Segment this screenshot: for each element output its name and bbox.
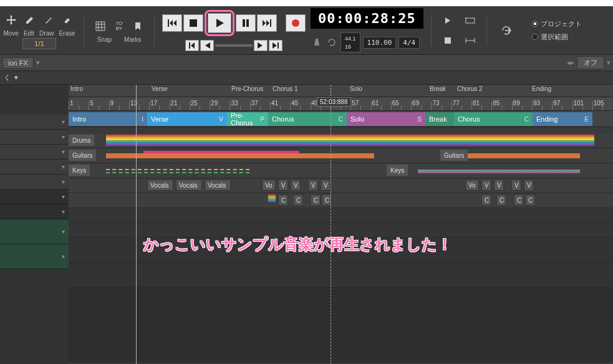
marker-chorus 2[interactable]: Chorus 2 — [455, 85, 485, 93]
snap-grid-button[interactable] — [92, 17, 109, 35]
marker-ending[interactable]: Ending — [530, 85, 553, 93]
vo-clip-1[interactable]: Vo — [262, 180, 276, 191]
fast-forward-button[interactable] — [257, 14, 277, 32]
section-ending[interactable]: EndingE — [533, 112, 592, 126]
vo-clip-2[interactable]: Vo — [465, 180, 479, 191]
svg-rect-0 — [190, 19, 197, 27]
marker-chorus 1[interactable]: Chorus 1 — [271, 85, 300, 93]
track-drums[interactable]: Drums — [69, 133, 613, 148]
export-selection-radio[interactable]: 選択範囲 — [532, 32, 582, 42]
pause-button[interactable] — [236, 14, 256, 32]
ruler-bar-25: 25 — [191, 100, 198, 107]
timeline-area[interactable]: IntroVersePre-ChorusChorus 1SoloBreakCho… — [69, 85, 613, 364]
metronome-button[interactable] — [311, 36, 323, 49]
section-verse[interactable]: VerseV — [147, 112, 227, 126]
c-clip-2[interactable]: C — [293, 194, 303, 206]
v-clip-6[interactable]: V — [494, 180, 504, 191]
ruler-bar-37: 37 — [251, 100, 258, 107]
timesig-field[interactable]: 4/4 — [398, 37, 420, 49]
goto-start-button[interactable] — [185, 40, 199, 51]
vocals-clip-1[interactable]: Vocals — [147, 180, 173, 191]
section-break[interactable]: Break — [425, 112, 454, 126]
drums-clip-label: Drums — [69, 135, 94, 146]
loop-button[interactable] — [326, 36, 338, 49]
loop-region-button[interactable] — [461, 12, 479, 29]
export-project-label: プロジェクト — [541, 19, 582, 29]
v-clip-7[interactable]: V — [511, 180, 521, 191]
erase-tool[interactable] — [59, 11, 76, 29]
section-pre-chorus[interactable]: Pre-ChorusP — [227, 112, 268, 126]
track-vocals-row1[interactable]: Vocals Vocals Vocals Vo V V V V Vo V V V… — [69, 178, 613, 193]
section-solo[interactable]: SoloS — [347, 112, 425, 126]
c-clip-7[interactable]: C — [514, 194, 524, 206]
v-clip-4[interactable]: V — [321, 180, 331, 191]
ruler-bar-81: 81 — [473, 100, 480, 107]
track-head-6[interactable]: ▾ — [0, 189, 69, 204]
v-clip-8[interactable]: V — [524, 180, 534, 191]
main-toolbar: Move Edit Draw Erase 1/1 TOBY Snap Marks — [0, 6, 613, 55]
rewind-button[interactable] — [162, 14, 182, 32]
track-head-vocals2[interactable]: ▾ — [0, 175, 69, 189]
step-fwd-button[interactable] — [254, 40, 268, 51]
track-empty-1[interactable] — [69, 208, 613, 223]
section-chorus[interactable]: ChorusC — [268, 112, 347, 126]
tempo-field[interactable]: 110.00 — [363, 37, 397, 49]
stop-small-button[interactable] — [439, 32, 456, 49]
fx-chip[interactable]: ion FX — [2, 57, 34, 69]
v-clip-1[interactable]: V — [278, 180, 288, 191]
edit-cursor — [331, 85, 331, 364]
marker-solo[interactable]: Solo — [348, 85, 364, 93]
track-head-keys[interactable]: ▾ — [0, 145, 69, 160]
c-clip-6[interactable]: C — [496, 194, 506, 206]
dropdown-stub[interactable]: く ▾ — [4, 73, 18, 82]
v-clip-2[interactable]: V — [291, 180, 301, 191]
c-clip-1[interactable]: C — [278, 194, 288, 206]
vocals-clip-2[interactable]: Vocals — [176, 180, 202, 191]
transport-controls — [162, 10, 306, 36]
playhead[interactable] — [136, 85, 137, 364]
marker-verse[interactable]: Verse — [150, 85, 170, 93]
sample-rate[interactable]: 44.116 — [340, 32, 360, 52]
track-empty-4[interactable] — [69, 263, 613, 288]
track-head-vocals1[interactable]: ▾ — [0, 160, 69, 175]
track-head-guitars[interactable]: ▾ — [0, 130, 69, 145]
step-back-button[interactable] — [200, 40, 214, 51]
off-button[interactable]: オフ — [577, 56, 604, 69]
v-clip-5[interactable]: V — [481, 180, 491, 191]
marks-button[interactable] — [129, 17, 147, 35]
ruler-bar-89: 89 — [513, 100, 520, 107]
export-project-radio[interactable]: プロジェクト — [532, 19, 582, 29]
c-clip-3[interactable]: C — [311, 194, 321, 206]
c-clip-5[interactable]: C — [481, 194, 491, 206]
play-small-button[interactable] — [439, 12, 456, 29]
c-clip-8[interactable]: C — [525, 194, 535, 206]
marker-break[interactable]: Break — [428, 85, 448, 93]
move-tool[interactable] — [2, 11, 20, 29]
ruler-bar-97: 97 — [553, 100, 560, 107]
timecode-display[interactable]: 00:00:28:25 — [311, 8, 423, 29]
ruler-bar-65: 65 — [392, 100, 399, 107]
track-guitars[interactable]: Guitars Guitars — [69, 148, 613, 163]
marker-intro[interactable]: Intro — [69, 85, 85, 93]
to-by-button[interactable]: TOBY — [110, 17, 128, 35]
goto-end-button[interactable] — [269, 40, 282, 51]
track-vocals-row2[interactable]: C C C C C C C C — [69, 193, 613, 208]
track-head-drums[interactable]: ▾ — [0, 115, 69, 130]
section-chorus[interactable]: ChorusC — [454, 112, 533, 126]
track-head-7[interactable]: ▾ — [0, 204, 69, 219]
play-button[interactable] — [208, 13, 231, 33]
draw-tool[interactable] — [40, 11, 57, 29]
vocals-clip-3[interactable]: Vocals — [205, 180, 231, 191]
cursor-timecode: 52:03:888 — [317, 97, 351, 107]
stop-button[interactable] — [183, 14, 203, 32]
export-button[interactable] — [495, 22, 519, 39]
record-button[interactable] — [286, 14, 306, 32]
edit-tool[interactable] — [21, 11, 39, 29]
track-head-9[interactable]: ▾ — [0, 244, 69, 269]
snap-fraction[interactable]: 1/1 — [22, 38, 56, 49]
selection-button[interactable] — [461, 32, 479, 49]
marker-pre-chorus[interactable]: Pre-Chorus — [229, 85, 265, 93]
v-clip-3[interactable]: V — [308, 180, 318, 191]
track-keys[interactable]: Keys Keys — [69, 163, 613, 178]
track-head-8[interactable]: ▾ — [0, 219, 69, 244]
